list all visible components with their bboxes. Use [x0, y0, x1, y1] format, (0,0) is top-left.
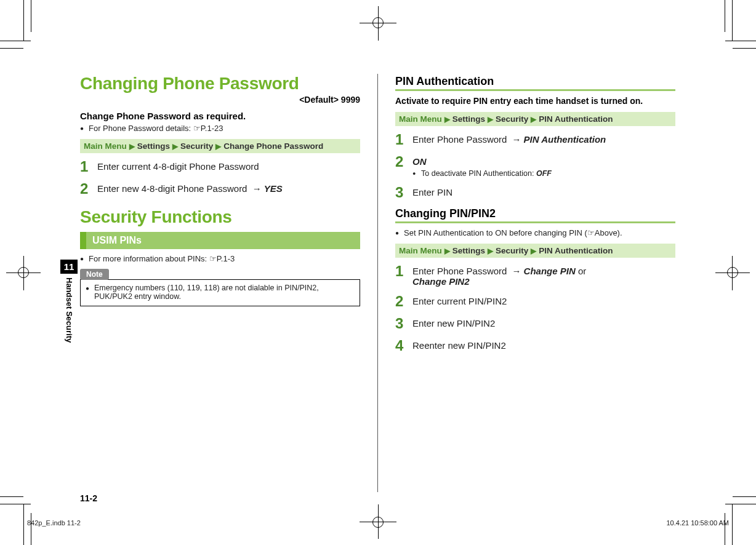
- step-2: 2 Enter new 4-8-digit Phone Password →YE…: [80, 181, 360, 196]
- nav-change-password: Change Phone Password: [223, 141, 323, 151]
- nav-pin-auth: PIN Authentication: [539, 246, 613, 255]
- step-3: 3 Enter new PIN/PIN2: [395, 316, 675, 331]
- step-4: 4 Reenter new PIN/PIN2: [395, 338, 675, 353]
- chevron-icon: ▶: [215, 142, 221, 151]
- footer-filename: 842p_E.indb 11-2: [27, 519, 81, 527]
- chapter-title: Handset Security: [65, 277, 74, 343]
- step-sub-bullet: To deactivate PIN Authentication: OFF: [412, 169, 675, 178]
- chevron-icon: ▶: [488, 115, 493, 124]
- nav-main-menu: Main Menu: [399, 246, 442, 255]
- nav-settings: Settings: [452, 114, 485, 124]
- step-1: 1 Enter Phone Password →PIN Authenticati…: [395, 132, 675, 147]
- step-text: Reenter new PIN/PIN2: [412, 338, 675, 351]
- step-number: 3: [395, 316, 412, 331]
- note-box: Emergency numbers (110, 119, 118) are no…: [80, 279, 360, 306]
- step-number: 2: [80, 181, 97, 196]
- nav-main-menu: Main Menu: [399, 114, 442, 124]
- note-text: Emergency numbers (110, 119, 118) are no…: [86, 284, 355, 301]
- pin-info-ref: For more information about PINs: ☞P.1-3: [80, 254, 360, 263]
- heading-security-functions: Security Functions: [80, 207, 360, 227]
- chevron-icon: ▶: [172, 142, 178, 151]
- step-number: 1: [395, 264, 412, 279]
- step-2: 2 Enter current PIN/PIN2: [395, 294, 675, 309]
- password-details-ref: For Phone Password details: ☞P.1-23: [80, 124, 360, 133]
- chevron-icon: ▶: [531, 247, 536, 255]
- chevron-icon: ▶: [444, 247, 450, 255]
- step-text: Enter current PIN/PIN2: [412, 294, 675, 306]
- heading-change-password: Changing Phone Password: [80, 74, 360, 93]
- nav-path-change-pin: Main Menu▶Settings▶Security▶PIN Authenti…: [395, 244, 675, 258]
- nav-security: Security: [496, 114, 528, 124]
- step-text: Enter new 4-8-digit Phone Password →YES: [97, 181, 360, 194]
- note-label: Note: [80, 269, 109, 280]
- step-1: 1 Enter Phone Password →Change PIN or Ch…: [395, 264, 675, 287]
- step-text: Enter Phone Password →PIN Authentication: [412, 132, 675, 145]
- change-pin-prereq: Set PIN Authentication to ON before chan…: [395, 228, 675, 237]
- nav-settings: Settings: [452, 246, 485, 255]
- page-content: 11 Handset Security Changing Phone Passw…: [80, 74, 677, 492]
- nav-path-pin-auth: Main Menu▶Settings▶Security▶PIN Authenti…: [395, 112, 675, 126]
- step-number: 1: [395, 132, 412, 147]
- left-column: Changing Phone Password <Default> 9999 C…: [80, 74, 360, 492]
- step-text: Enter current 4-8-digit Phone Password: [97, 159, 360, 172]
- chapter-tab: 11 Handset Security: [60, 260, 78, 343]
- heading-pin-authentication: PIN Authentication: [395, 75, 675, 91]
- heading-changing-pin: Changing PIN/PIN2: [395, 207, 675, 223]
- chevron-icon: ▶: [488, 247, 493, 255]
- pin-auth-intro: Activate to require PIN entry each time …: [395, 96, 675, 106]
- page-number: 11-2: [80, 493, 97, 503]
- default-value: <Default> 9999: [80, 95, 360, 105]
- nav-pin-auth: PIN Authentication: [539, 114, 613, 124]
- step-number: 2: [395, 154, 412, 169]
- step-number: 2: [395, 294, 412, 309]
- step-number: 3: [395, 185, 412, 200]
- column-divider: [377, 74, 378, 492]
- usim-pins-title: USIM PINs: [80, 232, 360, 249]
- chevron-icon: ▶: [444, 115, 450, 124]
- step-number: 4: [395, 338, 412, 353]
- step-2: 2 ON To deactivate PIN Authentication: O…: [395, 154, 675, 178]
- note-block: Note Emergency numbers (110, 119, 118) a…: [80, 268, 360, 306]
- arrow-icon: →: [512, 266, 521, 276]
- arrow-icon: →: [252, 183, 262, 194]
- nav-main-menu: Main Menu: [84, 141, 127, 151]
- chapter-number: 11: [60, 260, 78, 274]
- step-text: ON To deactivate PIN Authentication: OFF: [412, 154, 675, 178]
- step-text: Enter PIN: [412, 185, 675, 197]
- chevron-icon: ▶: [129, 142, 135, 151]
- intro-text: Change Phone Password as required.: [80, 111, 360, 121]
- nav-security: Security: [180, 141, 213, 151]
- step-text: Enter new PIN/PIN2: [412, 316, 675, 328]
- nav-path-change-password: Main Menu▶Settings▶Security▶Change Phone…: [80, 139, 360, 153]
- right-column: PIN Authentication Activate to require P…: [395, 74, 675, 492]
- step-number: 1: [80, 159, 97, 174]
- step-3: 3 Enter PIN: [395, 185, 675, 200]
- footer-timestamp: 10.4.21 10:58:00 AM: [666, 519, 729, 527]
- chevron-icon: ▶: [531, 115, 536, 124]
- step-text: Enter Phone Password →Change PIN or Chan…: [412, 264, 675, 287]
- arrow-icon: →: [512, 134, 521, 145]
- nav-settings: Settings: [137, 141, 170, 151]
- step-1: 1 Enter current 4-8-digit Phone Password: [80, 159, 360, 174]
- nav-security: Security: [496, 246, 528, 255]
